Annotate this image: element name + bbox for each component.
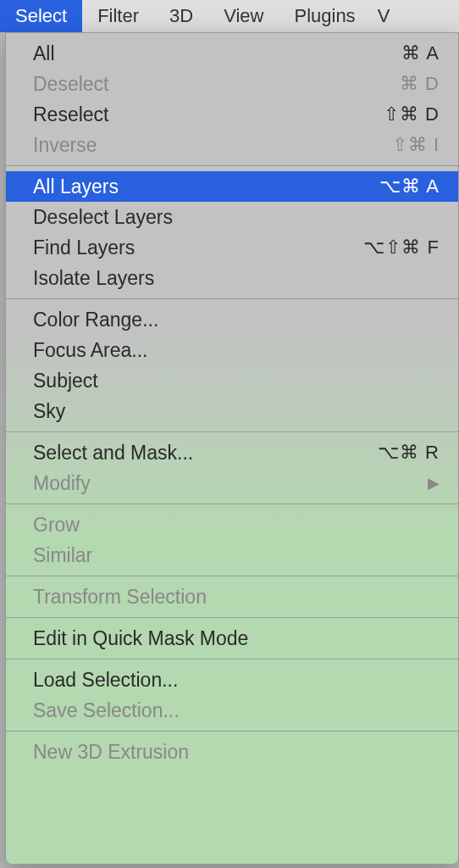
- menu-item-load-selection[interactable]: Load Selection...: [6, 665, 458, 695]
- menu-item-label: Modify: [33, 472, 91, 495]
- menu-item-label: Select and Mask...: [33, 442, 193, 465]
- menubar-item-overflow[interactable]: V: [371, 0, 406, 32]
- menu-separator: [6, 731, 458, 732]
- menu-item-shortcut: ⌥⌘ R: [378, 442, 440, 464]
- submenu-arrow-icon: ▶: [428, 474, 440, 492]
- menu-separator: [6, 298, 458, 299]
- menu-item-transform-selection: Transform Selection: [6, 581, 458, 612]
- menu-item-shortcut: ⌘ D: [400, 73, 440, 95]
- menu-item-deselect-layers[interactable]: Deselect Layers: [6, 202, 458, 232]
- menu-item-label: All Layers: [33, 175, 119, 198]
- menu-separator: [6, 576, 458, 576]
- menu-separator: [6, 165, 458, 166]
- menu-item-focus-area[interactable]: Focus Area...: [6, 335, 458, 365]
- menu-item-label: Similar: [33, 544, 92, 567]
- menu-item-label: New 3D Extrusion: [33, 741, 189, 764]
- menu-item-label: Find Layers: [33, 236, 135, 259]
- menu-item-label: Save Selection...: [33, 699, 180, 722]
- menu-item-label: Isolate Layers: [33, 267, 154, 290]
- menubar-item-view[interactable]: View: [208, 0, 279, 32]
- menu-separator: [6, 659, 458, 659]
- menu-item-all[interactable]: All ⌘ A: [6, 38, 458, 69]
- menu-item-label: Edit in Quick Mask Mode: [33, 627, 248, 650]
- menu-item-label: Focus Area...: [33, 339, 148, 362]
- menu-item-inverse: Inverse ⇧⌘ I: [6, 130, 458, 160]
- menu-item-modify: Modify ▶: [6, 468, 458, 498]
- menu-item-label: Color Range...: [33, 309, 158, 331]
- menu-separator: [6, 431, 458, 432]
- menubar: Select Filter 3D View Plugins V: [0, 0, 459, 32]
- menu-item-reselect[interactable]: Reselect ⇧⌘ D: [6, 99, 458, 130]
- menu-item-sky[interactable]: Sky: [6, 396, 458, 426]
- menubar-item-plugins[interactable]: Plugins: [279, 0, 370, 32]
- menu-item-select-and-mask[interactable]: Select and Mask... ⌥⌘ R: [6, 437, 458, 468]
- menu-item-label: Sky: [33, 400, 65, 423]
- menu-separator: [6, 504, 458, 504]
- menu-item-shortcut: ⇧⌘ I: [392, 134, 440, 156]
- menubar-item-filter[interactable]: Filter: [82, 0, 154, 32]
- menu-item-label: Subject: [33, 370, 98, 392]
- menu-item-save-selection: Save Selection...: [6, 695, 458, 726]
- menu-item-label: Grow: [33, 514, 80, 537]
- menubar-item-select[interactable]: Select: [0, 0, 82, 32]
- menu-item-label: Transform Selection: [33, 586, 207, 609]
- menu-item-subject[interactable]: Subject: [6, 365, 458, 396]
- menu-item-label: Load Selection...: [33, 669, 178, 692]
- menu-item-similar: Similar: [6, 540, 458, 570]
- menu-item-find-layers[interactable]: Find Layers ⌥⇧⌘ F: [6, 232, 458, 263]
- menu-item-all-layers[interactable]: All Layers ⌥⌘ A: [6, 171, 458, 202]
- select-menu-dropdown: All ⌘ A Deselect ⌘ D Reselect ⇧⌘ D Inver…: [5, 32, 459, 865]
- menu-item-shortcut: ⌘ A: [401, 42, 440, 64]
- menu-item-label: Deselect: [33, 73, 108, 96]
- menu-item-isolate-layers[interactable]: Isolate Layers: [6, 263, 458, 293]
- menu-item-label: Deselect Layers: [33, 206, 173, 229]
- menu-item-label: Inverse: [33, 134, 97, 157]
- menu-item-shortcut: ⌥⇧⌘ F: [363, 236, 440, 259]
- menu-item-new-3d-extrusion: New 3D Extrusion: [6, 737, 458, 767]
- menu-item-shortcut: ⇧⌘ D: [384, 103, 440, 125]
- menu-item-grow: Grow: [6, 509, 458, 540]
- menu-item-deselect: Deselect ⌘ D: [6, 69, 458, 99]
- menu-item-color-range[interactable]: Color Range...: [6, 304, 458, 335]
- menu-separator: [6, 617, 458, 618]
- menu-item-shortcut: ⌥⌘ A: [379, 175, 440, 198]
- menu-item-label: All: [33, 42, 55, 65]
- menubar-item-3d[interactable]: 3D: [154, 0, 208, 32]
- menu-item-label: Reselect: [33, 103, 108, 126]
- menu-item-quick-mask[interactable]: Edit in Quick Mask Mode: [6, 623, 458, 654]
